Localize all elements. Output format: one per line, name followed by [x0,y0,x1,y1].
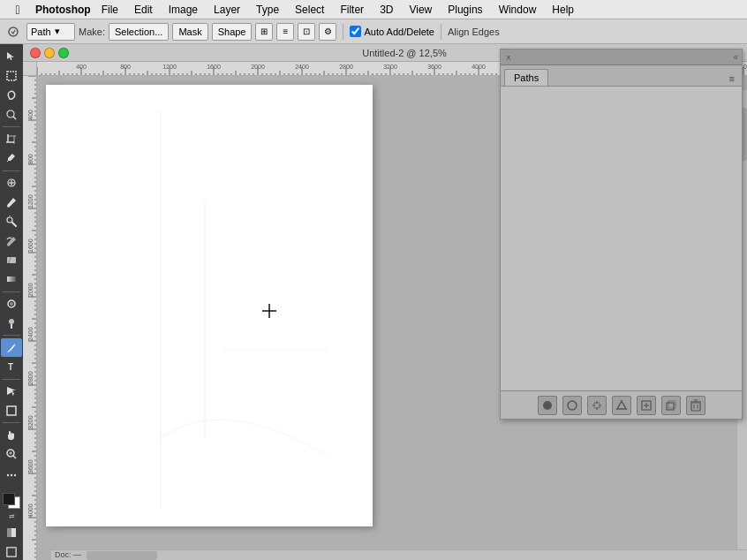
menu-help[interactable]: Help [545,2,581,18]
menu-view[interactable]: View [402,2,439,18]
brush-tool[interactable] [1,193,22,212]
move-tool[interactable] [1,48,22,66]
tool-separator-3 [3,291,20,292]
svg-text:T: T [8,362,13,372]
svg-rect-17 [7,276,16,282]
paths-panel: × « Paths ≡ [500,49,743,420]
svg-rect-32 [7,528,11,537]
menu-window[interactable]: Window [492,2,544,18]
tool-preset-picker[interactable] [4,22,23,42]
make-work-path-btn[interactable] [612,396,631,415]
load-as-selection-btn[interactable] [587,396,607,415]
make-label: Make: [79,26,105,37]
toolbar: T ⇄ [0,44,23,560]
menu-type[interactable]: Type [249,2,286,18]
paths-tab[interactable]: Paths [504,69,548,86]
lasso-tool[interactable] [1,87,22,105]
menu-file[interactable]: File [94,2,125,18]
rectangular-marquee-tool[interactable] [1,67,22,86]
menu-3d[interactable]: 3D [373,2,400,18]
menu-filter[interactable]: Filter [333,2,371,18]
mask-btn[interactable]: Mask [172,23,208,41]
svg-marker-23 [7,387,16,396]
svg-marker-41 [617,401,626,409]
make-selection-btn[interactable]: Selection... [109,23,169,41]
paths-panel-content [501,87,742,390]
svg-point-38 [543,401,552,410]
tool-separator-2 [3,170,20,171]
svg-rect-15 [7,257,16,263]
svg-line-9 [7,160,9,162]
menu-items: File Edit Image Layer Type Select Filter… [94,2,581,18]
tool-separator-5 [3,379,20,380]
path-operations-btn[interactable]: ⊞ [255,23,273,41]
shape-tool[interactable] [1,401,22,420]
menu-layer[interactable]: Layer [207,2,247,18]
svg-line-4 [13,117,16,119]
delete-path-btn[interactable] [686,396,706,415]
path-selection-tool[interactable] [1,382,22,401]
options-divider-1 [343,24,343,40]
quick-selection-tool[interactable] [1,105,22,124]
screen-mode-btn[interactable] [6,544,17,560]
ruler-corner [23,62,37,76]
auto-add-delete-checkbox[interactable] [350,26,361,37]
svg-rect-2 [7,72,16,80]
menu-plugins[interactable]: Plugins [441,2,489,18]
menu-image[interactable]: Image [162,2,205,18]
blur-tool[interactable] [1,295,22,314]
new-layer-btn[interactable] [637,396,656,415]
clone-stamp-tool[interactable] [1,212,22,231]
paths-panel-footer [501,390,742,419]
window-close-btn[interactable] [30,48,41,58]
svg-marker-1 [7,52,14,60]
paths-panel-expand-btn[interactable]: « [733,52,738,62]
align-edges-label: Align Edges [448,26,500,37]
menu-select[interactable]: Select [288,2,331,18]
path-arrange-btn[interactable]: ⊡ [298,23,315,41]
reset-colors-icon[interactable]: ⇄ [9,512,15,520]
eyedropper-tool[interactable] [1,149,22,168]
window-min-btn[interactable] [44,48,55,58]
apple-menu[interactable]:  [0,3,35,17]
horizontal-scrollbar[interactable] [51,549,747,560]
history-brush-tool[interactable] [1,231,22,250]
paths-panel-menu-btn[interactable]: ≡ [726,72,738,86]
screen-mode-btns [6,544,17,560]
status-bar: Doc: — [51,549,85,560]
gradient-tool[interactable] [1,270,22,289]
spot-healing-tool[interactable] [1,174,22,193]
more-tools-btn[interactable] [1,466,22,485]
svg-line-26 [13,456,16,458]
window-max-btn[interactable] [58,48,69,58]
shape-btn[interactable]: Shape [212,23,253,41]
text-tool[interactable]: T [1,358,22,376]
color-swatches-area [1,491,22,511]
hand-tool[interactable] [1,426,22,444]
eraser-tool[interactable] [1,251,22,269]
foreground-color-swatch[interactable] [3,493,15,505]
color-controls: ⇄ [9,512,15,520]
path-alignment-btn[interactable]: ≡ [276,23,294,41]
menu-edit[interactable]: Edit [127,2,160,18]
svg-rect-33 [11,528,16,537]
path-type-dropdown[interactable]: Path ▾ [26,23,75,41]
svg-point-39 [568,401,577,410]
crop-tool[interactable] [1,130,22,148]
path-settings-btn[interactable]: ⚙ [319,23,336,41]
dodge-tool[interactable] [1,314,22,332]
quick-mask-btn[interactable] [1,523,22,541]
svg-rect-46 [668,401,675,408]
auto-add-delete-label[interactable]: Auto Add/Delete [350,26,434,37]
workspace: T ⇄ [0,44,747,560]
options-divider-2 [441,24,441,40]
svg-rect-34 [7,548,16,556]
document-canvas[interactable] [46,85,373,526]
zoom-tool[interactable] [1,445,22,464]
fill-path-btn[interactable] [538,396,557,415]
new-path-btn[interactable] [661,396,681,415]
h-scrollbar-thumb[interactable] [87,551,157,560]
pen-tool[interactable] [1,338,22,357]
stroke-path-btn[interactable] [562,396,582,415]
paths-panel-close-btn[interactable]: × [504,53,513,62]
